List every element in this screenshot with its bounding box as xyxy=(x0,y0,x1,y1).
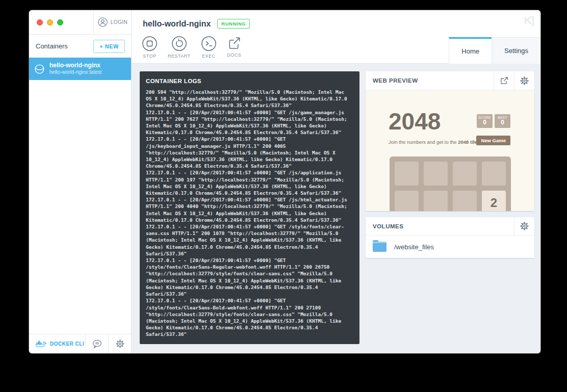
volumes-panel: VOLUMES /w xyxy=(366,217,534,258)
main-area: hello-world-nginx RUNNING K] STOP xyxy=(132,10,540,353)
container-logs-panel[interactable]: CONTAINER LOGS 200 594 "http://localhost… xyxy=(140,71,359,344)
kitematic-logo: K] xyxy=(524,14,533,27)
game-scores: SCORE 0 BEST 0 xyxy=(477,114,510,128)
login-label: LOGIN xyxy=(111,19,128,25)
grid-cell xyxy=(424,191,448,211)
web-preview-header: WEB PREVIEW xyxy=(366,71,534,90)
grid-cell xyxy=(482,162,506,186)
grid-cell xyxy=(453,191,477,211)
container-status-icon xyxy=(34,64,45,74)
stop-label: STOP xyxy=(143,54,156,59)
sidebar-empty-area xyxy=(29,80,131,334)
container-image-tag: hello-world-nginx:latest xyxy=(49,69,101,76)
exec-terminal-icon xyxy=(201,36,217,51)
containers-header: Containers + NEW xyxy=(29,35,131,58)
external-link-icon xyxy=(500,76,508,85)
volumes-title: VOLUMES xyxy=(366,217,514,235)
status-badge: RUNNING xyxy=(217,19,250,29)
docs-button[interactable]: DOCS xyxy=(227,36,242,59)
game-grid: 2 xyxy=(390,156,511,211)
sidebar-footer: DOCKER CLI xyxy=(29,334,131,353)
docker-cli-label: DOCKER CLI xyxy=(50,341,84,347)
sidebar-item-container[interactable]: hello-world-nginx hello-world-nginx:late… xyxy=(29,58,131,80)
docker-cli-button[interactable]: DOCKER CLI xyxy=(29,334,85,353)
toolbar: STOP RESTART xyxy=(142,36,242,59)
chat-bubble-icon xyxy=(92,339,102,349)
game-subtitle: Join the numbers and get to the 2048 til… xyxy=(389,139,479,145)
new-game-button[interactable]: New Game xyxy=(476,136,510,145)
restart-button[interactable]: RESTART xyxy=(168,36,191,59)
container-name: hello-world-nginx xyxy=(49,62,101,69)
stop-icon xyxy=(142,36,158,51)
zoom-window-button[interactable] xyxy=(57,19,63,25)
docker-whale-icon xyxy=(35,339,46,348)
grid-cell xyxy=(424,162,448,186)
folder-icon xyxy=(373,242,386,252)
restart-label: RESTART xyxy=(168,54,191,59)
new-container-button[interactable]: + NEW xyxy=(93,40,125,53)
preferences-button[interactable] xyxy=(108,334,131,353)
traffic-lights xyxy=(29,10,93,34)
volumes-header: VOLUMES xyxy=(366,217,534,236)
web-preview-title: WEB PREVIEW xyxy=(366,71,494,90)
stop-button[interactable]: STOP xyxy=(142,36,158,59)
gear-icon xyxy=(116,339,124,348)
volume-path: /website_files xyxy=(394,243,434,251)
score-badge: SCORE 0 xyxy=(477,114,493,128)
login-button[interactable]: LOGIN xyxy=(93,10,131,34)
gear-icon xyxy=(520,222,529,230)
tab-settings[interactable]: Settings xyxy=(492,37,540,64)
container-item-text: hello-world-nginx hello-world-nginx:late… xyxy=(49,62,101,76)
web-preview-panel: WEB PREVIEW xyxy=(366,71,534,211)
sidebar-titlebar: LOGIN xyxy=(29,10,131,35)
main-header: hello-world-nginx RUNNING K] STOP xyxy=(132,10,540,64)
sidebar: LOGIN Containers + NEW hello-world-nginx… xyxy=(29,10,132,353)
best-badge: BEST 0 xyxy=(495,114,510,128)
containers-section-title: Containers xyxy=(36,42,68,50)
score-value: 0 xyxy=(483,119,486,126)
gear-icon xyxy=(520,76,529,85)
grid-cell xyxy=(395,162,419,186)
game-title: 2048 xyxy=(389,108,441,135)
best-value: 0 xyxy=(501,119,504,126)
tab-home[interactable]: Home xyxy=(449,37,492,64)
grid-cell xyxy=(453,162,477,186)
tab-bar: Home Settings xyxy=(449,37,540,64)
grid-cell xyxy=(395,191,419,211)
web-preview-frame[interactable]: 2048 SCORE 0 BEST 0 Join the numbers a xyxy=(366,90,534,211)
feedback-button[interactable] xyxy=(85,334,108,353)
restart-icon xyxy=(171,36,187,51)
minimize-window-button[interactable] xyxy=(47,19,53,25)
docs-label: DOCS xyxy=(227,53,241,58)
kitematic-window: LOGIN Containers + NEW hello-world-nginx… xyxy=(29,10,540,353)
exec-button[interactable]: EXEC xyxy=(201,36,217,59)
user-icon xyxy=(97,17,108,28)
container-logs-text: 200 594 "http://localhost:32779/" "Mozil… xyxy=(146,89,354,338)
content-area: CONTAINER LOGS 200 594 "http://localhost… xyxy=(132,64,540,353)
container-logs-title: CONTAINER LOGS xyxy=(146,78,354,84)
volumes-settings-button[interactable] xyxy=(514,217,534,235)
open-preview-button[interactable] xyxy=(494,71,514,90)
preview-settings-button[interactable] xyxy=(514,71,534,90)
page-title: hello-world-nginx xyxy=(143,19,211,29)
volume-row[interactable]: /website_files xyxy=(366,236,534,258)
external-link-icon xyxy=(227,36,242,50)
close-window-button[interactable] xyxy=(37,19,43,25)
exec-label: EXEC xyxy=(202,54,216,59)
game-tile-2: 2 xyxy=(482,191,506,211)
right-column: WEB PREVIEW xyxy=(366,71,534,258)
